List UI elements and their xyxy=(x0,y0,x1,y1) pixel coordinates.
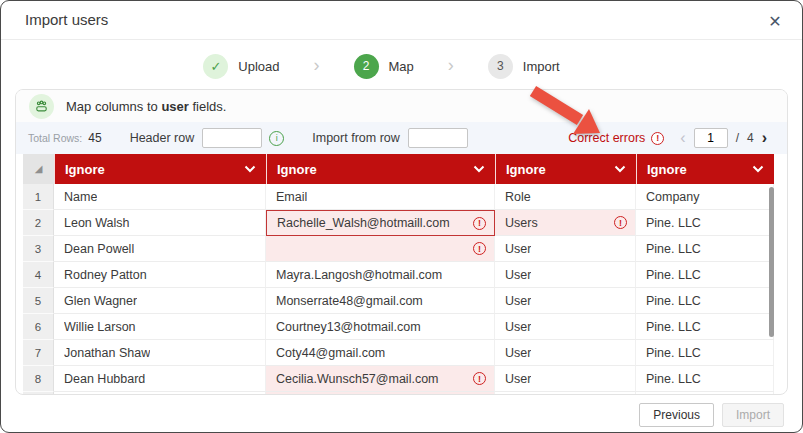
grid-cell[interactable]: Role xyxy=(495,184,636,210)
stepper: ✓Upload›2Map›3Import xyxy=(0,49,782,83)
grid-cell[interactable]: Glen Wagner xyxy=(54,288,266,314)
column-mapping-dropdown-2[interactable]: Ignore xyxy=(266,154,495,184)
row-number[interactable]: 1 xyxy=(23,184,54,210)
grid-cell[interactable]: Pine. LLC xyxy=(636,288,774,314)
dialog-footer: Previous Import xyxy=(639,403,784,427)
cell-text: Glen Wagner xyxy=(64,294,137,308)
step-label: Map xyxy=(389,59,414,74)
import-button[interactable]: Import xyxy=(722,403,784,427)
row-number[interactable]: 5 xyxy=(23,288,54,314)
error-icon: ! xyxy=(614,216,627,229)
previous-button[interactable]: Previous xyxy=(639,403,714,427)
grid-cell[interactable]: Pine. LLC xyxy=(636,210,774,236)
cell-text: Pine. LLC xyxy=(646,242,701,256)
cell-text: Leon Walsh xyxy=(64,216,130,230)
error-icon: ! xyxy=(473,372,486,385)
mapping-table: ◢IgnoreIgnoreIgnoreIgnore1NameEmailRoleC… xyxy=(23,154,774,395)
users-icon xyxy=(29,94,54,119)
grid-cell[interactable] xyxy=(636,392,774,395)
grid-cell[interactable]: Mayra.Langosh@hotmail.com xyxy=(266,262,495,288)
cell-text: Pine. LLC xyxy=(646,372,701,386)
grid-cell[interactable]: Email xyxy=(266,184,495,210)
cell-text: Rachelle_Walsh@hotmaill.com xyxy=(277,216,450,230)
chevron-down-icon xyxy=(614,165,626,173)
row-number[interactable]: 3 xyxy=(23,236,54,262)
grid-cell[interactable]: Rodney Patton xyxy=(54,262,266,288)
grid-cell[interactable]: Willie Larson xyxy=(54,314,266,340)
cell-text: Users xyxy=(505,216,538,230)
cell-text: Pine. LLC xyxy=(646,320,701,334)
grid-cell[interactable]: Courtney13@hotmail.com xyxy=(266,314,495,340)
grid-cell[interactable]: Pine. LLC xyxy=(636,340,774,366)
grid-cell[interactable]: Pine. LLC xyxy=(636,236,774,262)
column-mapping-label: Ignore xyxy=(65,162,105,177)
row-number[interactable]: 7 xyxy=(23,340,54,366)
step-import[interactable]: 3Import xyxy=(488,54,560,79)
header-row-input[interactable] xyxy=(202,128,262,148)
row-number[interactable] xyxy=(23,392,54,395)
close-icon: ✕ xyxy=(768,13,781,30)
grid-cell[interactable]: Company xyxy=(636,184,774,210)
cell-text: Cecilia.Wunsch57@mail.com xyxy=(276,372,439,386)
grid-cell[interactable]: User xyxy=(495,236,636,262)
cell-text: Courtney13@hotmail.com xyxy=(276,320,421,334)
row-number[interactable]: 2 xyxy=(23,210,54,236)
import-from-row-input[interactable] xyxy=(408,128,468,148)
header-row-label: Header row xyxy=(130,131,195,145)
grid-cell[interactable] xyxy=(54,392,266,395)
grid-cell[interactable]: Rachelle_Walsh@hotmaill.com! xyxy=(266,210,495,236)
chevron-down-icon xyxy=(473,165,485,173)
row-number[interactable]: 4 xyxy=(23,262,54,288)
column-mapping-label: Ignore xyxy=(277,162,317,177)
error-icon: ! xyxy=(473,217,486,230)
correct-errors-label: Correct errors xyxy=(568,131,645,145)
grid-cell[interactable]: User xyxy=(495,314,636,340)
grid-cell[interactable]: Dean Hubbard xyxy=(54,366,266,392)
grid-cell[interactable]: Pine. LLC xyxy=(636,314,774,340)
grid-cell[interactable] xyxy=(495,392,636,395)
grid-cell[interactable]: ! xyxy=(266,236,495,262)
next-page-icon[interactable]: › xyxy=(762,130,767,146)
grid-cell[interactable]: User xyxy=(495,366,636,392)
grid-cell[interactable]: Coty44@gmail.com xyxy=(266,340,495,366)
column-mapping-dropdown-3[interactable]: Ignore xyxy=(495,154,636,184)
correct-errors-button[interactable]: Correct errors ! xyxy=(568,131,664,145)
row-number[interactable]: 8 xyxy=(23,366,54,392)
banner-text: Map columns to user fields. xyxy=(66,99,226,114)
grid-cell[interactable]: Monserrate48@gmail.com xyxy=(266,288,495,314)
grid-cell[interactable]: Pine. LLC xyxy=(636,262,774,288)
error-icon: ! xyxy=(473,242,486,255)
column-mapping-dropdown-1[interactable]: Ignore xyxy=(54,154,266,184)
grid-cell[interactable]: Pine. LLC xyxy=(636,366,774,392)
table-row: 7Jonathan ShawCoty44@gmail.comUserPine. … xyxy=(23,340,774,366)
vertical-scrollbar[interactable] xyxy=(769,187,774,337)
cell-text: Role xyxy=(505,190,531,204)
cell-text: User xyxy=(505,268,531,282)
column-mapping-label: Ignore xyxy=(506,162,546,177)
toolbar: Total Rows: 45 Header row i Import from … xyxy=(16,122,787,154)
grid-cell[interactable]: User xyxy=(495,262,636,288)
import-from-row-label: Import from row xyxy=(312,131,400,145)
table-row: 2Leon WalshRachelle_Walsh@hotmaill.com!U… xyxy=(23,210,774,236)
cell-text: Pine. LLC xyxy=(646,216,701,230)
grid-cell[interactable] xyxy=(266,392,495,395)
select-all-corner[interactable]: ◢ xyxy=(23,154,54,184)
grid-cell[interactable]: Dean Powell xyxy=(54,236,266,262)
grid-cell[interactable]: Name xyxy=(54,184,266,210)
grid-cell[interactable]: Leon Walsh xyxy=(54,210,266,236)
grid-cell[interactable]: User xyxy=(495,288,636,314)
grid-cell[interactable]: Jonathan Shaw xyxy=(54,340,266,366)
step-upload[interactable]: ✓Upload xyxy=(203,54,279,79)
previous-page-icon[interactable]: ‹ xyxy=(680,130,685,146)
step-map[interactable]: 2Map xyxy=(354,54,414,79)
column-mapping-dropdown-4[interactable]: Ignore xyxy=(636,154,774,184)
grid-cell[interactable]: Users! xyxy=(495,210,636,236)
page-number-input[interactable] xyxy=(694,128,728,148)
grid-cell[interactable]: User xyxy=(495,340,636,366)
step-label: Import xyxy=(523,59,560,74)
close-button[interactable]: ✕ xyxy=(762,9,788,35)
page-separator: / xyxy=(736,131,739,145)
row-number[interactable]: 6 xyxy=(23,314,54,340)
grid-cell[interactable]: Cecilia.Wunsch57@mail.com! xyxy=(266,366,495,392)
table-row: 8Dean HubbardCecilia.Wunsch57@mail.com!U… xyxy=(23,366,774,392)
